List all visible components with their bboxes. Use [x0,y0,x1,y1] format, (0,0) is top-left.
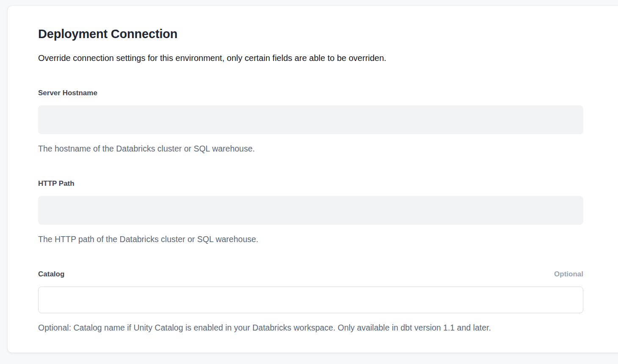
label-row: Server Hostname [38,88,583,98]
server-hostname-help: The hostname of the Databricks cluster o… [38,143,583,154]
card-content: Deployment Connection Override connectio… [38,26,583,333]
server-hostname-input [38,105,583,134]
http-path-label: HTTP Path [38,179,74,188]
server-hostname-label: Server Hostname [38,88,97,98]
page-subtitle: Override connection settings for this en… [38,52,583,63]
deployment-connection-card: Deployment Connection Override connectio… [8,6,618,353]
catalog-label: Catalog [38,270,64,279]
http-path-input [38,196,583,225]
catalog-input[interactable] [38,287,583,313]
field-catalog: Catalog Optional Optional: Catalog name … [38,270,583,333]
catalog-optional-tag: Optional [554,270,583,279]
label-row: HTTP Path [38,179,583,188]
label-row: Catalog Optional [38,270,583,279]
field-server-hostname: Server Hostname The hostname of the Data… [38,88,583,154]
catalog-help: Optional: Catalog name if Unity Catalog … [38,323,583,333]
http-path-help: The HTTP path of the Databricks cluster … [38,234,583,245]
field-http-path: HTTP Path The HTTP path of the Databrick… [38,179,583,245]
page-title: Deployment Connection [38,26,583,41]
